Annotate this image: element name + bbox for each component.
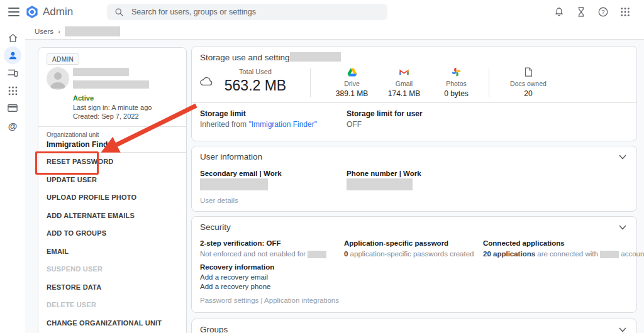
add-recovery-email-link[interactable]: Add a recovery email <box>200 273 268 281</box>
chevron-down-icon[interactable] <box>619 225 626 230</box>
document-icon <box>500 67 557 79</box>
app-password-count: 0 <box>344 250 348 258</box>
last-sign-in-text: Last sign in: A minute ago <box>73 104 152 111</box>
search-icon <box>114 8 124 17</box>
created-date-text: Created: Sep 7, 2022 <box>73 112 139 120</box>
google-admin-logo <box>25 5 39 19</box>
storage-limit-label: Storage limit <box>200 109 246 118</box>
email-button[interactable]: EMAIL <box>38 243 186 261</box>
search-input[interactable]: Search for users, groups or settings <box>107 4 387 20</box>
breadcrumb-users-link[interactable]: Users <box>35 28 53 35</box>
storage-card: Storage use and settings for Total Used … <box>191 46 637 141</box>
svg-text:?: ? <box>601 9 604 15</box>
rail-home-icon[interactable] <box>0 29 25 46</box>
footer-separator: | <box>261 297 263 304</box>
connected-apps-count: 20 applications <box>483 250 535 258</box>
delete-user-button: DELETE USER <box>38 296 186 314</box>
connected-apps-mid-text: are connected with <box>537 250 598 258</box>
photos-icon <box>430 67 482 79</box>
suspend-user-button: SUSPEND USER <box>38 260 186 278</box>
chevron-down-icon[interactable] <box>619 155 626 160</box>
app-password-heading: Application-specific password <box>344 239 448 247</box>
chevron-down-icon[interactable] <box>619 327 626 332</box>
redacted-user-email <box>73 80 149 89</box>
left-nav-rail: @ <box>0 24 25 333</box>
redacted-account-chip <box>600 251 619 258</box>
help-icon[interactable]: ? <box>596 4 611 19</box>
password-settings-link[interactable]: Password settings <box>200 297 258 304</box>
immigration-finder-link[interactable]: "Immigration Finder" <box>248 120 317 129</box>
docs-owned-label: Docs owned <box>500 80 557 87</box>
status-badge: Active <box>73 94 94 102</box>
user-storage-limit-value: OFF <box>347 120 362 129</box>
reset-password-button[interactable]: RESET PASSWORD <box>38 153 186 171</box>
redacted-secondary-email <box>200 178 268 190</box>
redacted-user-name <box>73 68 129 76</box>
update-user-button[interactable]: UPDATE USER <box>38 171 186 189</box>
application-integrations-link[interactable]: Application integrations <box>264 297 339 304</box>
gmail-icon <box>378 67 430 79</box>
drive-value: 389.1 MB <box>326 89 378 98</box>
redacted-phone-number <box>347 178 413 190</box>
apps-grid-icon[interactable] <box>618 4 633 19</box>
storage-limit-prefix: Inherited from <box>200 120 247 129</box>
connected-apps-suffix-text: account <box>621 250 644 258</box>
breadcrumb-separator: › <box>58 28 60 35</box>
redacted-name-chip <box>308 251 326 258</box>
app-password-body-text: application-specific passwords created <box>350 250 474 258</box>
rail-account-at-icon[interactable]: @ <box>0 117 25 134</box>
total-used-label: Total Used <box>217 68 294 75</box>
upload-profile-photo-button[interactable]: UPLOAD PROFILE PHOTO <box>38 188 186 207</box>
user-summary-panel: ADMIN Active Last sign in: A minute ago … <box>38 47 187 333</box>
user-details-link[interactable]: User details <box>200 197 238 204</box>
admin-badge: ADMIN <box>47 53 79 65</box>
redacted-username-bar <box>290 52 341 62</box>
recovery-information-heading: Recovery information <box>200 263 274 271</box>
add-alternate-emails-button[interactable]: ADD ALTERNATE EMAILS <box>38 207 186 225</box>
total-used-value: 563.2 MB <box>217 77 294 94</box>
gmail-storage-stat: Gmail 174.1 MB <box>378 67 430 98</box>
photos-label: Photos <box>430 80 482 87</box>
divider <box>310 68 311 97</box>
rail-billing-icon[interactable] <box>0 99 25 117</box>
security-title: Security <box>200 222 231 232</box>
tasks-hourglass-icon[interactable] <box>574 4 589 19</box>
rail-devices-icon[interactable] <box>0 64 25 82</box>
groups-title: Groups <box>200 325 228 333</box>
two-step-heading: 2-step verification: OFF <box>200 239 280 247</box>
gmail-label: Gmail <box>378 80 430 87</box>
avatar <box>47 67 69 90</box>
groups-card: Groups <box>191 319 637 333</box>
photos-value: 0 bytes <box>430 89 482 98</box>
add-to-groups-button[interactable]: ADD TO GROUPS <box>38 224 186 243</box>
rail-apps-icon[interactable] <box>0 82 25 99</box>
breadcrumb-redacted-username <box>65 26 120 36</box>
notifications-bell-icon[interactable] <box>552 4 567 19</box>
org-unit-label: Organizational unit <box>47 131 99 138</box>
user-information-card: User information Secondary email | Work … <box>191 146 637 212</box>
add-recovery-phone-link[interactable]: Add a recovery phone <box>200 283 271 290</box>
divider <box>192 102 636 103</box>
docs-owned-stat: Docs owned 20 <box>500 67 557 98</box>
secondary-email-label: Secondary email | Work <box>200 170 282 177</box>
photos-storage-stat: Photos 0 bytes <box>430 67 482 98</box>
two-step-body: Not enforced and not enabled for <box>200 250 326 258</box>
drive-icon <box>326 67 378 79</box>
user-action-list: RESET PASSWORD UPDATE USER UPLOAD PROFIL… <box>38 153 186 332</box>
two-step-body-text: Not enforced and not enabled for <box>200 250 306 258</box>
search-placeholder: Search for users, groups or settings <box>131 8 256 16</box>
app-password-body: 0 application-specific passwords created <box>344 250 474 258</box>
breadcrumb: Users › <box>25 24 120 39</box>
drive-label: Drive <box>326 80 378 87</box>
menu-hamburger-icon[interactable] <box>8 8 19 16</box>
restore-data-button[interactable]: RESTORE DATA <box>38 278 186 297</box>
product-title: Admin <box>43 6 73 18</box>
phone-number-label: Phone number | Work <box>347 170 421 177</box>
connected-apps-heading: Connected applications <box>483 239 565 247</box>
security-footer-links: Password settings | Application integrat… <box>200 297 339 304</box>
change-org-unit-button[interactable]: CHANGE ORGANIZATIONAL UNIT <box>38 314 186 332</box>
connected-apps-body: 20 applications are connected with accou… <box>483 250 644 258</box>
top-app-bar: Admin Search for users, groups or settin… <box>0 0 644 24</box>
rail-users-icon[interactable] <box>0 46 25 64</box>
divider <box>38 126 186 127</box>
